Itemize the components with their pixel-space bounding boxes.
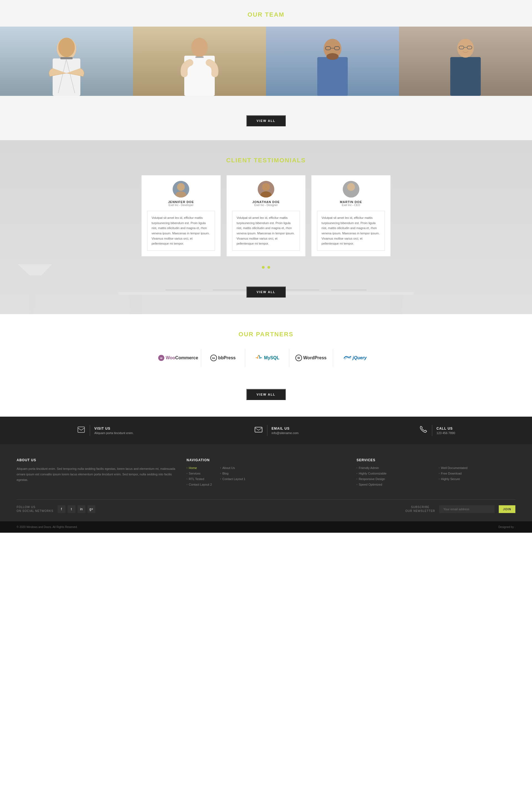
testimonial-role-3: Exel Inc - CEO [317,204,385,207]
nav-item-home[interactable]: › Home [187,466,212,470]
svg-point-33 [347,183,355,191]
svg-rect-22 [390,295,402,314]
service-link-well-documentated[interactable]: › Well Documentated [439,466,515,470]
phone-icon [419,425,428,436]
subscribe-join-button[interactable]: JOIN [499,505,515,513]
svg-point-7 [191,38,208,57]
team-photo-3 [266,27,399,96]
svg-rect-41 [78,427,85,432]
service-speed-optimized: › Speed Optimized [357,483,433,486]
svg-point-31 [262,183,270,191]
service-link-free-download[interactable]: › Free Download [439,472,515,475]
service-link-friendly-admin[interactable]: › Friendly Admin [357,466,433,470]
nav-item-blog[interactable]: › Blog [220,472,246,475]
subscribe-email-input[interactable] [439,505,495,513]
testimonial-avatar-3 [343,181,359,197]
svg-point-16 [457,39,474,58]
svg-rect-9 [317,57,348,96]
nav-item-rtl[interactable]: › RTL Tested [187,477,212,481]
nav-link-rtl[interactable]: › RTL Tested [187,477,212,481]
nav-link-contact2[interactable]: › Contact Layout 2 [187,483,212,486]
service-link-highly-secure[interactable]: › Highly Secure [439,477,515,481]
svg-point-29 [177,183,185,191]
contact-call: CALL US 123 456 7890 [419,425,455,436]
testimonial-dot-2[interactable] [268,266,270,269]
partners-section: OUR PARTNERS W WooCommerce bb bbPress M [0,314,532,417]
footer-bottom-bar: FOLLOW US ON SOCIAL NETWORKS f t in g+ S… [17,499,515,513]
service-link-speed-optimized[interactable]: › Speed Optimized [357,483,433,486]
nav-link-about[interactable]: › About Us [220,466,246,470]
bbpress-logo: bb bbPress [210,355,235,361]
nav-item-contact2[interactable]: › Contact Layout 2 [187,483,212,486]
googleplus-icon[interactable]: g+ [88,505,95,513]
service-link-responsive-design[interactable]: › Responsive Design [357,477,433,481]
testimonial-avatar-2 [258,181,274,197]
contact-email: EMAIL US info@sitename.com [254,425,298,436]
contact-visit: VISIT US Aliquam porta tincidunt enim. [77,425,133,436]
twitter-icon[interactable]: t [68,505,76,513]
testimonial-dot-1[interactable] [262,266,264,269]
visit-divider [90,425,90,436]
nav-link-home[interactable]: › Home [187,466,212,470]
jquery-logo: jQuery [343,355,367,361]
team-section: OUR TEAM [0,0,532,140]
svg-point-32 [260,191,272,197]
email-divider [267,425,268,436]
nav-link-blog[interactable]: › Blog [220,472,246,475]
testimonial-text-2: Volutpat sit amet leo id, efficitur matt… [232,211,300,251]
copyright-text: © 2020 Windows and Doors. All Rights Res… [17,526,78,529]
svg-text:W: W [298,357,300,360]
footer-about-col: ABOUT US Aliquam porta tincidunt enim. S… [17,458,175,488]
footer: ABOUT US Aliquam porta tincidunt enim. S… [0,444,532,522]
team-member-3 [266,27,399,96]
team-photo-1 [0,27,133,96]
team-grid [0,27,532,96]
testimonial-name-3: MARTIN DOE [317,200,385,204]
nav-link-contact1[interactable]: › Contact Layout 1 [220,477,246,481]
partners-view-all-button[interactable]: VIEW ALL [246,389,286,400]
footer-nav-list-2: › About Us › Blog › Contact Layout 1 [220,466,246,488]
social-section: FOLLOW US ON SOCIAL NETWORKS f t in g+ [17,505,95,513]
team-member-4 [399,27,532,96]
email-icon [254,425,263,436]
footer-about-title: ABOUT US [17,458,175,462]
testimonial-text-3: Volutpat sit amet leo id, efficitur matt… [317,211,385,251]
testimonial-name-1: JENNIFER DOE [147,200,215,204]
follow-label: FOLLOW US ON SOCIAL NETWORKS [17,505,54,513]
testimonial-card-2: JONATHAN DOE Exel Inc - Designer Volutpa… [226,175,306,256]
testimonials-view-all-button[interactable]: VIEW ALL [246,286,286,298]
linkedin-icon[interactable]: in [78,505,85,513]
service-responsive-design: › Responsive Design [357,477,433,481]
nav-link-services[interactable]: › Services [187,472,212,475]
footer-services-list-2: › Well Documentated › Free Download › Hi… [439,466,515,488]
wordpress-logo: W WordPress [295,355,326,361]
nav-item-about[interactable]: › About Us [220,466,246,470]
team-view-all-button[interactable]: VIEW ALL [246,115,286,126]
footer-services-col: SERVICES › Friendly Admin › Highly Custo… [357,458,515,488]
svg-text:bb: bb [212,357,215,360]
visit-detail: Aliquam porta tincidunt enim. [94,431,133,434]
svg-rect-8 [195,57,204,58]
nav-item-contact1[interactable]: › Contact Layout 1 [220,477,246,481]
testimonial-card-3: MARTIN DOE Exel Inc - CEO Volutpat sit a… [311,175,391,256]
testimonials-title: CLIENT TESTIMONIALS [141,157,391,164]
nav-item-services[interactable]: › Services [187,472,212,475]
svg-rect-15 [450,57,481,96]
service-highly-customizable: › Highly Customizable [357,472,433,475]
footer-grid: ABOUT US Aliquam porta tincidunt enim. S… [17,458,515,488]
team-member-2 [133,27,266,96]
service-friendly-admin: › Friendly Admin [357,466,433,470]
svg-point-34 [345,191,357,197]
footer-services-list-1: › Friendly Admin › Highly Customizable ›… [357,466,433,488]
team-photo-4 [399,27,532,96]
svg-point-11 [326,53,339,60]
service-free-download: › Free Download [439,472,515,475]
footer-nav-columns: › Home › Services › RTL Tested › Contact… [187,466,345,488]
svg-rect-1 [52,59,80,96]
svg-rect-42 [255,427,262,432]
partner-wordpress: W WordPress [289,349,333,367]
facebook-icon[interactable]: f [58,505,65,513]
call-label: CALL US [437,427,455,430]
team-section-title: OUR TEAM [0,11,532,18]
service-link-highly-customizable[interactable]: › Highly Customizable [357,472,433,475]
